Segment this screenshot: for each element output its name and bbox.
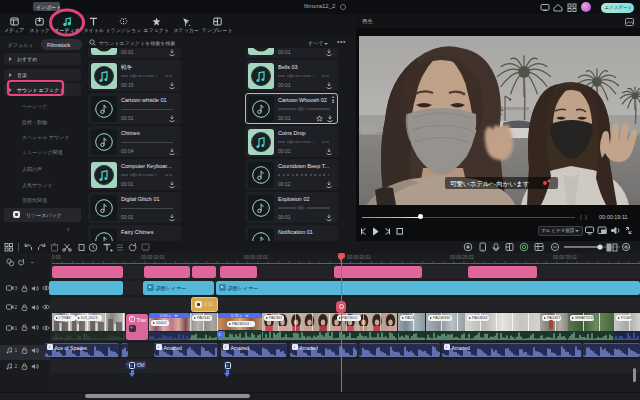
- svg-text:可愛いホテルへ向かいます: 可愛いホテルへ向かいます: [450, 180, 530, 188]
